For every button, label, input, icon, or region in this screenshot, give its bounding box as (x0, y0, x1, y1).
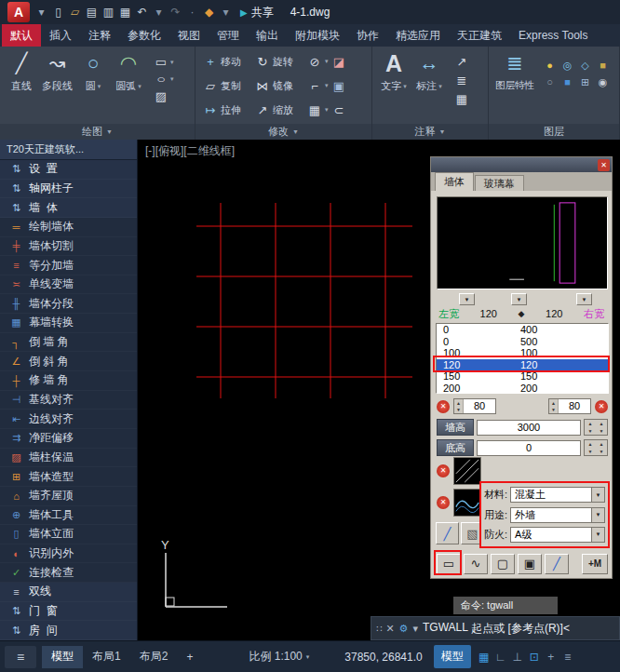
plus-m-button[interactable]: +M (582, 554, 608, 574)
ribbon-tab[interactable]: 天正建筑 (449, 24, 510, 47)
width-list-row[interactable]: 100100 (437, 347, 608, 359)
sidebar-item-settings[interactable]: ⇅ 设 置 (0, 160, 137, 180)
close-icon[interactable]: ✕ (598, 159, 610, 171)
ribbon-tab[interactable]: 输出 (248, 24, 287, 47)
copy-tool[interactable]: ▱ 复制 (203, 79, 255, 93)
app-menu-caret-icon[interactable]: ▾ (34, 3, 49, 21)
sidebar-item-wall-modeling[interactable]: ⊞ 墙体造型 (0, 467, 137, 487)
ribbon-tab[interactable]: 协作 (348, 24, 387, 47)
sidebar-item-wall-chamfer[interactable]: ∠ 倒 斜 角 (0, 352, 137, 371)
trim-tool[interactable]: ⊘ ▾ (307, 55, 331, 69)
sidebar-item-baseline-align[interactable]: ⊣ 基线对齐 (0, 391, 137, 410)
crosshair-icon[interactable]: + (544, 647, 559, 667)
wall-height-field[interactable]: 3000 (477, 420, 581, 436)
swap-widths-icon[interactable]: ◆ (519, 309, 525, 318)
leader-tool[interactable]: ↗ (454, 55, 469, 69)
right-width-dropdown[interactable]: ▼ (576, 293, 592, 305)
plot-icon[interactable]: ▦ (117, 3, 133, 21)
base-height-button[interactable]: 底高 (437, 439, 474, 456)
hatch-tool[interactable]: ▨ (154, 89, 174, 103)
array-tool[interactable]: ▦ ▾ (307, 103, 331, 117)
sidebar-item-cut-wall[interactable]: ╪ 墙体切割 (0, 237, 137, 257)
osnap-icon[interactable]: ⊡ (527, 647, 542, 667)
layer-lock-icon[interactable]: ■ (600, 60, 606, 71)
dwf-caret-icon[interactable]: ▾ (218, 3, 234, 21)
sidebar-item-connection-check[interactable]: ✓ 连接检查 (0, 563, 137, 583)
base-height-field[interactable]: 0 (477, 440, 581, 456)
center-width-dropdown[interactable]: ▼ (511, 293, 527, 305)
clear-material-button[interactable]: ✕ (437, 464, 450, 477)
rotate-tool[interactable]: ↻ 旋转 (255, 55, 307, 69)
width-list-row[interactable]: 0500 (437, 336, 608, 348)
ribbon-tab[interactable]: 视图 (169, 24, 209, 47)
save-as-icon[interactable]: ▥ (101, 3, 116, 21)
clear-left-offset-button[interactable]: ✕ (437, 400, 450, 413)
layer-freeze-icon[interactable]: ◇ (581, 60, 588, 72)
wall-dialog-tab[interactable]: 墙体 (435, 172, 474, 191)
sidebar-item-double-line[interactable]: ≡ 双线 (0, 583, 137, 602)
model-space-button[interactable]: 模型 (434, 645, 471, 668)
layer-on-icon[interactable]: ● (546, 60, 553, 71)
layer-isolate-icon[interactable]: ◎ (563, 60, 573, 72)
dimension-tool[interactable]: ↔ 标注▾ (411, 49, 447, 124)
left-width-dropdown[interactable]: ▼ (459, 293, 475, 305)
rect-wall-button[interactable]: ▢ (491, 554, 515, 574)
sidebar-item-curtain-wall-convert[interactable]: ▦ 幕墙转换 (0, 314, 137, 333)
panel-label-modify[interactable]: 修改▼ (195, 124, 371, 140)
wall-match-button[interactable]: ╱ (436, 522, 459, 544)
chevron-down-icon[interactable]: ▼ (591, 488, 604, 502)
undo-caret-icon[interactable]: ▾ (151, 3, 167, 21)
ribbon-tab[interactable]: 插入 (41, 24, 80, 47)
text-tool[interactable]: A 文字▾ (376, 49, 411, 124)
ribbon-tab[interactable]: Express Tools (510, 24, 596, 47)
chevron-down-icon[interactable]: ▼ (591, 508, 604, 522)
command-close-icon[interactable]: ✕ (385, 623, 394, 635)
sidebar-item-divide-add-wall[interactable]: ≡ 等分加墙 (0, 256, 137, 276)
scale-tool[interactable]: ↗ 缩放 (255, 103, 307, 117)
width-list-row[interactable]: 150150 (437, 370, 608, 383)
fillet-tool[interactable]: ⌐ ▾ (307, 79, 331, 93)
panel-label-annotate[interactable]: 注释▼ (372, 124, 488, 140)
layer-properties-tool[interactable]: ≣ 图层特性 (492, 49, 537, 124)
scale-control[interactable]: 比例 1:100▾ (249, 649, 309, 665)
command-line[interactable]: ∷ ✕ ⚙ ▾ TGWALL 起点或 [参考点(R)]< (371, 616, 620, 640)
base-height-spinner[interactable]: ▲▲▼▼ (584, 439, 608, 456)
ribbon-tab[interactable]: 附加模块 (287, 24, 348, 47)
ribbon-tab[interactable]: 注释 (80, 24, 119, 47)
sidebar-item-wall-tools[interactable]: ⊕ 墙体工具 (0, 506, 137, 526)
width-list-row[interactable]: 200200 (437, 383, 608, 394)
redo-icon[interactable]: ↷ (168, 3, 183, 21)
grid-icon[interactable]: ▦ (477, 647, 492, 667)
command-customize-icon[interactable]: ⚙ (399, 623, 409, 635)
layer-match-icon[interactable]: ⊞ (581, 76, 589, 88)
layout-tab[interactable]: 模型 (42, 646, 83, 668)
sidebar-item-wall-elevation[interactable]: ▯ 墙体立面 (0, 525, 137, 544)
usage-select[interactable]: 外墙 ▼ (510, 507, 605, 523)
save-icon[interactable]: ▤ (84, 3, 100, 21)
panel-label-draw[interactable]: 绘图▼ (0, 124, 195, 140)
text-style-tool[interactable]: ≣ (454, 74, 469, 87)
layout-tab[interactable]: + (177, 646, 202, 668)
panel-label-layers[interactable]: 图层 (489, 124, 619, 140)
arc-tool[interactable]: ◠ 圆弧▾ (111, 49, 146, 124)
ellipse-tool[interactable]: ○▾ (154, 74, 174, 85)
offset-tool[interactable]: ⊂ (331, 103, 356, 117)
mirror-tool[interactable]: ⋈ 镜像 (255, 79, 307, 93)
sidebar-item-wall-insulation[interactable]: ▨ 墙柱保温 (0, 449, 137, 468)
ribbon-tab[interactable]: 默认 (2, 24, 41, 47)
undo-icon[interactable]: ↶ (134, 3, 150, 21)
circle-tool[interactable]: ○ 圆▾ (75, 49, 111, 124)
layer-walk-icon[interactable]: ◉ (599, 76, 608, 88)
line-tool[interactable]: ╱ 直线 (4, 49, 39, 124)
command-prompt[interactable]: TGWALL 起点或 [参考点(R)]< (423, 621, 570, 637)
explode-tool[interactable]: ▣ (331, 79, 356, 93)
ribbon-tab[interactable]: 参数化 (119, 24, 169, 47)
table-tool[interactable]: ▦ (454, 92, 469, 106)
sidebar-item-draw-wall[interactable]: ═ 绘制墙体 (0, 218, 137, 237)
sidebar-item-clear-offset[interactable]: ⇉ 净距偏移 (0, 429, 137, 449)
sidebar-item-split-wall[interactable]: ╫ 墙体分段 (0, 294, 137, 314)
wall-preview[interactable] (437, 196, 608, 289)
wall-dialog-tab[interactable]: 玻璃幕 (475, 175, 524, 191)
command-grip-icon[interactable]: ∷ (376, 624, 381, 634)
new-file-icon[interactable]: ▯ (50, 3, 66, 21)
